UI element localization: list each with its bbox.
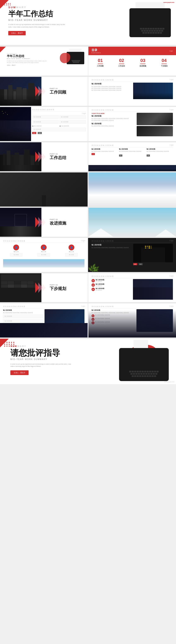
- content-slide-6a: 请在此处全是输入您的标题 l.ogo 👤 输入人名 输入标题 👤 输入人名 输入…: [0, 238, 88, 272]
- b3: [11, 157, 14, 165]
- toc-item-3: 03 改进措施: [133, 58, 153, 67]
- city-8a: [45, 309, 85, 332]
- bottom-desc: In order to sum up my experience and sho…: [10, 363, 72, 368]
- content-1a-body: 输入您的标题 输入您的内容输入您的内容输入您的内容输入您的内容 输入您的内容输入…: [92, 82, 173, 99]
- city-7a: [133, 279, 173, 296]
- content-4b-right: [138, 178, 173, 199]
- content-1a-text3: 输入您的内容输入您的内容输入您的内容输入您的内容: [92, 90, 131, 91]
- part-arrows-1: [36, 86, 46, 96]
- toc-num-3: 03: [133, 58, 153, 63]
- input-box-1[interactable]: 输入您的标题: [32, 115, 59, 119]
- team-input-3[interactable]: 输入标题: [65, 253, 78, 256]
- input-8a-2[interactable]: 输入您的标题: [3, 319, 43, 323]
- content-7a-right: 04 输入您的标题 输入您的内容: [133, 279, 173, 300]
- col-3a-3: 输入您的标题 输入您的内容输入您的内容输入您的内容 03: [147, 148, 173, 157]
- content-6b-right: 标签 标签: [133, 244, 173, 265]
- content-3a-body: 输入您的标题 输入您的内容输入您的内容输入您的内容 01 输入您的标题 输入您的…: [92, 148, 173, 157]
- content-grid-2a: 输入您的标题 输入您的标题 输入您的标题 输入您的标题 ⊙ 输入您的内容 ⊙ 输…: [32, 115, 86, 127]
- col-title-3: 输入您的标题: [147, 148, 173, 150]
- input-8a-1[interactable]: 输入您的标题: [3, 314, 43, 318]
- typewriter-decoration: [126, 2, 174, 41]
- cover-button[interactable]: 主演人：贾名字: [8, 31, 26, 35]
- content-7a-body: 01 输入您的标题 输入您的内容 02 输入您的标题 输入您的内容 03: [92, 279, 173, 300]
- col-3a-1: 输入您的标题 输入您的内容输入您的内容输入您的内容 01: [92, 148, 118, 157]
- snow-img-4b: [138, 178, 173, 199]
- city-8b: [136, 309, 173, 332]
- bottom-title-en: MID-YEAR WORK SUMMARY: [10, 358, 93, 360]
- input-box-4[interactable]: 输入您的标题: [59, 120, 86, 124]
- content-4a-right: [48, 178, 84, 200]
- toc-label-1: 工作回顾: [91, 65, 110, 67]
- overlay: [137, 113, 173, 125]
- row7: PART 03 改进措施 请在此处全是输入您的标题 l.ogo 输入您的标题 输…: [0, 208, 176, 237]
- col-tag-2: 02: [119, 154, 122, 156]
- list-content-1: 输入您的内容: [96, 281, 104, 282]
- input-title-6b: 输入您的标题: [92, 244, 131, 246]
- toc-items: 01 工作回顾 02 工作总结 03 改进措施 04 下步规划: [89, 55, 176, 70]
- dark-img-6b: [133, 244, 173, 262]
- row9: PART 04 下步规划 请在此处全是输入您的标题 l.ogo 01 输入您的标…: [0, 273, 176, 302]
- bottom-typewriter: [117, 340, 173, 383]
- logo-2a: l.ogo: [32, 112, 86, 114]
- input-box-3[interactable]: 输入您的标题: [32, 120, 59, 124]
- fern-icon-2: 🌿: [92, 266, 100, 272]
- tag-6b-2: 标签: [139, 263, 143, 265]
- bottom-title-cn: 请您批评指导: [10, 348, 93, 357]
- part04-title: 下步规划: [50, 286, 66, 292]
- content-4a-body: 输入您的标题 输入您的内容输入您的内容输入您的内容输入您的内容输入您的内容输入您…: [3, 178, 84, 200]
- row2: SUMMARY 半年工作总结 MID-YEAR WORK SUMMARY In …: [0, 47, 176, 76]
- toc-num-1: 01: [91, 58, 110, 63]
- team-input-1[interactable]: 输入标题: [10, 253, 22, 256]
- team-img-overlay: [3, 259, 84, 268]
- icon-label-2: 输入您的内容: [61, 125, 69, 127]
- city-4a: [48, 178, 84, 190]
- bottom-overlay: [89, 165, 176, 171]
- tag-1: 标签: [32, 132, 36, 134]
- summary-label: SUMMARY: [8, 6, 93, 9]
- part-arrows-4: [36, 282, 46, 293]
- content-slide-1a: 请在此处全是输入您的标题 l.ogo 输入您的标题 输入您的内容输入您的内容输入…: [88, 77, 176, 106]
- content-2b-body: YOUR TITLE HERE 输入您的标题 输入您的内容输入您的内容输入您的内…: [92, 113, 173, 136]
- num-2: 02: [92, 284, 95, 287]
- content-slide-8a: 请在此处全是输入您的标题 l.ogo 输入您的标题 输入您的内容输入您的内容输入…: [0, 304, 88, 338]
- slide-header-6b: 请在此处全是输入您的标题: [92, 240, 173, 243]
- content-slide-6b: 请在此处全是输入您的标题 l.ogo 输入您的标题 输入您的内容输入您的内容输入…: [88, 238, 176, 272]
- person-icon-3: 👤: [68, 244, 74, 250]
- slide-header-7a: 请在此处全是输入您的标题: [92, 275, 173, 278]
- content-slide-4a: 请在此处全是输入您的标题 l.ogo 输入您的标题 输入您的内容输入您的内容输入…: [0, 172, 88, 206]
- city-lights: [2, 111, 3, 112]
- bottom-presenter-btn[interactable]: 主演人：贾名字: [10, 370, 29, 375]
- cover-title-en: MID-YEAR WORK SUMMARY: [8, 19, 93, 21]
- b4: [15, 153, 19, 165]
- arrow3: [41, 86, 46, 96]
- content-1a-right: [133, 82, 173, 99]
- part02-content: PART 02 工作总结: [50, 153, 66, 160]
- content-1a-text: 输入您的内容输入您的内容输入您的内容输入您的内容: [92, 86, 131, 88]
- toc-num-2: 02: [112, 58, 131, 63]
- slide-header-6a: 请在此处全是输入您的标题: [3, 240, 84, 243]
- slide-header-3a: 请在此处全是输入您的标题: [92, 144, 173, 147]
- toc-item-1: 01 工作回顾: [91, 58, 110, 67]
- team-input-2[interactable]: 输入标题: [37, 253, 50, 256]
- person-icon-1: 👤: [13, 244, 19, 250]
- icon-row-2: ⊙ 输入您的内容: [59, 125, 86, 127]
- slide-header-2a: 请在此处全是输入您的标题: [32, 109, 86, 112]
- content-1a-title: 输入您的标题: [92, 82, 131, 85]
- city-8a-overlay: [45, 323, 85, 332]
- mini-keys: [69, 60, 83, 63]
- slide-header-8b: 请在此处全是输入您的标题: [92, 306, 173, 308]
- col-3a-2: 输入您的标题 输入您的内容输入您的内容输入您的内容 02: [119, 148, 145, 157]
- input-box-2[interactable]: 输入您的标题: [59, 115, 86, 119]
- typewriter-body: [129, 8, 171, 37]
- bk-row2: [123, 373, 165, 375]
- toc-line-3: [140, 64, 145, 64]
- content-slide-3a: 请在此处全是输入您的标题 l.ogo 输入您的标题 输入您的内容输入您的内容输入…: [88, 142, 176, 171]
- part01-content: PART 01 工作回顾: [50, 88, 66, 95]
- part01-num: PART 01: [50, 88, 66, 90]
- input-box-wide[interactable]: 输入您的标题: [32, 128, 86, 131]
- content-2a-main: 请在此处全是输入您的标题 l.ogo 输入您的标题 输入您的标题 输入您的标题 …: [32, 107, 87, 136]
- toc-line-2: [119, 64, 124, 64]
- summary-red: SUM: [8, 6, 16, 9]
- list-item-7a-1: 01 输入您的标题 输入您的内容: [92, 279, 132, 282]
- team-bg-img: [3, 259, 84, 268]
